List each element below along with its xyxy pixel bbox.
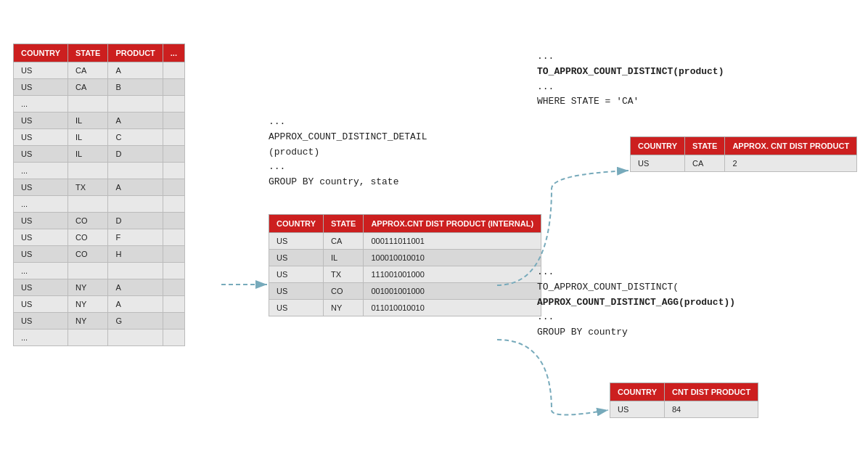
table-row: USILD [14,146,185,163]
table-row: USNYA [14,279,185,296]
table-row: USCOF [14,229,185,246]
table-cell [163,179,184,196]
table-cell [108,330,163,346]
table-cell: F [108,229,163,246]
table-cell: TX [323,266,363,283]
table-cell [163,296,184,313]
table-cell: NY [67,296,107,313]
right-top-line4: WHERE STATE = 'CA' [537,94,724,110]
middle-code-line3: (product) [269,145,427,160]
table-row: USCOD [14,213,185,229]
middle-code-block: ... APPROX_COUNT_DISTINCT_DETAIL (produc… [269,115,427,190]
table-row: USILC [14,129,185,146]
table-cell [67,330,107,346]
bottom-right-table-container: COUNTRYCNT DIST PRODUCT US84 [610,382,758,418]
bottom-right-table: COUNTRYCNT DIST PRODUCT US84 [610,382,758,418]
table-cell [67,263,107,279]
table-row: USCAA [14,62,185,79]
table-cell: IL [67,146,107,163]
table-cell [108,163,163,179]
table-cell [108,196,163,213]
table-row: USNYG [14,313,185,330]
table-cell [163,79,184,96]
left-table-container: COUNTRYSTATEPRODUCT... USCAAUSCAB...USIL… [13,44,185,346]
middle-table-header: COUNTRY [269,215,324,233]
table-row: ... [14,163,185,179]
table-cell: IL [323,250,363,266]
table-cell [108,263,163,279]
table-cell: US [14,279,68,296]
right-top-line1: ... [537,49,724,65]
table-row: USCO001001001000 [269,283,541,300]
left-table-header: PRODUCT [108,44,163,62]
table-cell: G [108,313,163,330]
table-cell: A [108,296,163,313]
middle-table: COUNTRYSTATEAPPROX.CNT DIST PRODUCT (INT… [269,214,541,316]
table-row: ... [14,196,185,213]
table-cell: D [108,213,163,229]
table-cell: US [269,283,324,300]
table-cell: US [14,179,68,196]
table-cell: 100010010010 [364,250,541,266]
table-cell [163,146,184,163]
table-cell: IL [67,112,107,129]
table-cell: CO [67,213,107,229]
table-cell: US [14,129,68,146]
table-row: USILA [14,112,185,129]
table-cell: US [269,233,324,250]
top-right-table: COUNTRYSTATEAPPROX. CNT DIST PRODUCT USC… [630,136,857,172]
table-cell [67,163,107,179]
table-cell [163,213,184,229]
table-row: USTXA [14,179,185,196]
right-mid-line5: GROUP BY country [537,325,735,340]
table-cell: NY [67,279,107,296]
right-code-top-block: ... TO_APPROX_COUNT_DISTINCT(product) ..… [537,49,724,110]
table-cell: US [14,229,68,246]
table-cell: US [14,313,68,330]
table-cell: US [14,62,68,79]
table-cell: 001001001000 [364,283,541,300]
bottom-right-table-header: COUNTRY [610,383,665,401]
table-cell [67,196,107,213]
table-cell: A [108,179,163,196]
table-row: ... [14,330,185,346]
middle-code-line1: ... [269,115,427,130]
table-row: USTX111001001000 [269,266,541,283]
left-table: COUNTRYSTATEPRODUCT... USCAAUSCAB...USIL… [13,44,185,346]
top-right-table-header: APPROX. CNT DIST PRODUCT [725,137,857,155]
table-cell: A [108,112,163,129]
table-cell: US [14,79,68,96]
table-cell: US [14,213,68,229]
table-cell [163,163,184,179]
right-mid-line1: ... [537,265,735,280]
table-cell: NY [323,300,363,316]
right-mid-line4: ... [537,310,735,325]
table-cell [163,229,184,246]
middle-table-container: COUNTRYSTATEAPPROX.CNT DIST PRODUCT (INT… [269,214,541,316]
table-row: USCA2 [631,155,857,172]
table-cell [108,96,163,112]
table-cell [163,246,184,263]
middle-code-line2: APPROX_COUNT_DISTINCT_DETAIL [269,130,427,145]
table-cell: ... [14,163,68,179]
left-table-header: COUNTRY [14,44,68,62]
table-cell: A [108,62,163,79]
middle-code-line4: ... [269,160,427,175]
top-right-table-header: COUNTRY [631,137,685,155]
table-cell: ... [14,330,68,346]
table-cell: CO [323,283,363,300]
right-top-line3: ... [537,80,724,95]
table-cell: US [269,266,324,283]
top-right-table-container: COUNTRYSTATEAPPROX. CNT DIST PRODUCT USC… [630,136,857,172]
table-cell: US [269,250,324,266]
top-right-table-header: STATE [684,137,724,155]
table-cell: D [108,146,163,163]
table-row: US84 [610,401,758,418]
table-cell: A [108,279,163,296]
table-cell: US [14,246,68,263]
table-row: USNYA [14,296,185,313]
table-cell [163,112,184,129]
table-cell [163,279,184,296]
table-cell: 84 [664,401,758,418]
middle-code-line5: GROUP BY country, state [269,175,427,190]
